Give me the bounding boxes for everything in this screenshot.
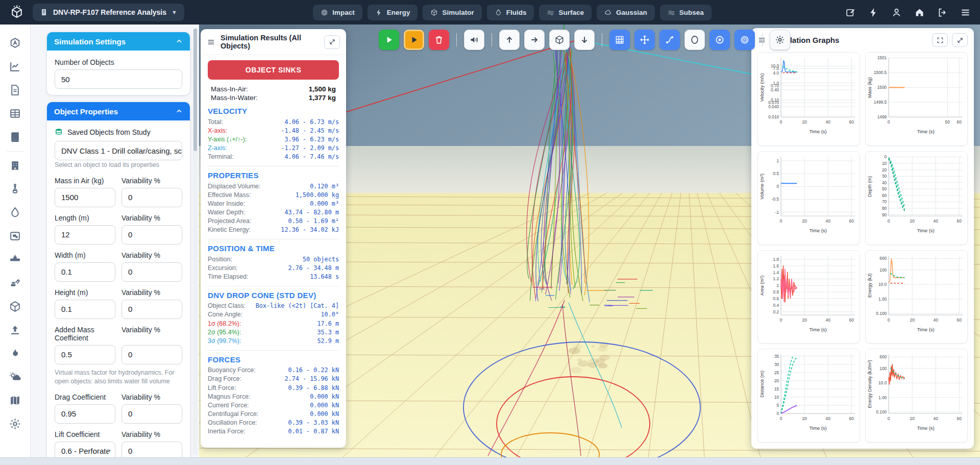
rail-valve-button[interactable] bbox=[9, 253, 21, 266]
field-input-4[interactable] bbox=[55, 345, 115, 364]
result-row: Buoyancy Force: 0.16 - 0.22 kN bbox=[208, 366, 339, 375]
nav-tab-simulator[interactable]: Simulator bbox=[423, 5, 481, 20]
viewport-3d[interactable]: Simulation Results (All Objects) OBJECT … bbox=[199, 25, 980, 458]
move-right-button[interactable] bbox=[524, 30, 545, 50]
variability-input-1[interactable] bbox=[121, 225, 182, 244]
clear-button[interactable] bbox=[429, 30, 449, 50]
rail-upload-button[interactable] bbox=[9, 324, 21, 336]
rail-excavator-button[interactable] bbox=[9, 277, 21, 289]
field-input-3[interactable] bbox=[55, 300, 115, 319]
rings-toggle-button[interactable] bbox=[734, 30, 755, 50]
nav-tab-surface[interactable]: Surface bbox=[539, 5, 592, 20]
svg-text:Depth (m): Depth (m) bbox=[867, 176, 872, 197]
chart-card-2[interactable]: 10.50-0.5-10204060Volume (m³)Time (s) bbox=[757, 151, 860, 245]
rail-weather-button[interactable] bbox=[9, 371, 21, 383]
variability-input-3[interactable] bbox=[121, 300, 182, 319]
ellipse-toggle-button[interactable] bbox=[684, 30, 705, 50]
rail-map-button[interactable] bbox=[9, 394, 21, 407]
rail-logo-a-button[interactable] bbox=[9, 37, 21, 50]
field-input-6[interactable] bbox=[55, 442, 115, 458]
disc-toggle-button[interactable] bbox=[709, 30, 730, 50]
chart-card-4[interactable]: 0.20.40.60.811.21.41.61.80204060Area (m²… bbox=[757, 250, 860, 344]
variability-input-2[interactable] bbox=[121, 262, 182, 282]
move-up-button[interactable] bbox=[499, 30, 520, 50]
chart-card-3[interactable]: 01020304050607080900204060Depth (m)Time … bbox=[865, 151, 968, 245]
menu-button[interactable] bbox=[960, 7, 971, 18]
rail-droplet-button[interactable] bbox=[9, 206, 21, 219]
variability-input-4[interactable] bbox=[121, 345, 182, 364]
object-properties-header[interactable]: Object Properties bbox=[47, 102, 190, 120]
svg-text:Time (s): Time (s) bbox=[917, 129, 935, 134]
sign-out-button[interactable] bbox=[937, 7, 948, 18]
nav-tab-energy[interactable]: Energy bbox=[368, 5, 418, 20]
home-button[interactable] bbox=[914, 7, 925, 18]
rail-cube-button[interactable] bbox=[9, 300, 21, 313]
results-expand-button[interactable] bbox=[324, 35, 340, 49]
nav-tab-gaussian[interactable]: Gaussian bbox=[597, 5, 655, 20]
result-value: 52.9 m bbox=[317, 337, 339, 345]
step-button[interactable] bbox=[404, 30, 424, 50]
bottom-scrollbar[interactable] bbox=[0, 457, 980, 465]
object-sinks-status-button[interactable]: OBJECT SINKS bbox=[208, 60, 339, 80]
drag-handle-icon[interactable] bbox=[207, 38, 215, 46]
mass-summary: Mass-In-Air:1,500 kgMass-In-Water:1,377 … bbox=[209, 85, 338, 102]
chart-card-5[interactable]: 60010010.01.000.1000204060Energy (kJ)Tim… bbox=[865, 250, 968, 344]
chart-card-7[interactable]: 60010010.01.000.1000204060Energy Density… bbox=[865, 349, 968, 443]
trajectory-toggle-button[interactable] bbox=[659, 30, 680, 50]
field-input-1[interactable] bbox=[55, 225, 115, 244]
svg-text:60: 60 bbox=[957, 119, 962, 125]
project-selector[interactable]: DNV-RP-F107 Reference Analysis ▼ bbox=[33, 4, 184, 21]
svg-text:80: 80 bbox=[882, 206, 887, 211]
graphs-fullscreen-button[interactable] bbox=[932, 33, 948, 47]
user-button[interactable] bbox=[891, 7, 902, 18]
svg-text:Energy Density (kJ/m²): Energy Density (kJ/m²) bbox=[867, 360, 872, 408]
graphs-collapse-button[interactable] bbox=[952, 33, 968, 47]
number-of-objects-input[interactable] bbox=[55, 69, 182, 89]
svg-text:100: 100 bbox=[879, 366, 887, 371]
svg-text:1.00: 1.00 bbox=[878, 395, 887, 400]
rail-flame-button[interactable] bbox=[9, 347, 21, 360]
nav-tab-impact[interactable]: Impact bbox=[313, 5, 362, 20]
simulation-settings-header[interactable]: Simulation Settings bbox=[47, 32, 190, 51]
grid-toggle-button[interactable] bbox=[609, 30, 630, 50]
field-input-5[interactable] bbox=[55, 404, 115, 424]
rail-chart-button[interactable] bbox=[9, 60, 21, 73]
nav-tab-fluids[interactable]: Fluids bbox=[487, 5, 534, 20]
sound-button[interactable] bbox=[464, 30, 484, 50]
variability-input-5[interactable] bbox=[121, 404, 182, 424]
rail-file-button[interactable] bbox=[9, 84, 21, 96]
result-label: Y-axis (↓+/↑-): bbox=[208, 136, 247, 143]
run-button[interactable] bbox=[379, 30, 399, 50]
field-input-0[interactable] bbox=[55, 188, 115, 207]
rail-flask-button[interactable] bbox=[9, 183, 21, 195]
rail-book-button[interactable] bbox=[9, 131, 21, 143]
field-input-2[interactable] bbox=[55, 262, 115, 282]
rail-image-button[interactable] bbox=[9, 230, 21, 242]
chart-Depth (m): 01020304050607080900204060Depth (m)Time … bbox=[866, 152, 967, 244]
pan-button[interactable] bbox=[634, 30, 655, 50]
edit-button[interactable] bbox=[845, 7, 856, 18]
move-down-button[interactable] bbox=[574, 30, 595, 50]
scrollbar-thumb[interactable] bbox=[193, 29, 197, 151]
chart-card-6[interactable]: 051015202530350204060Distance (m)Time (s… bbox=[757, 349, 860, 443]
result-row: Oscillation Force: 0.39 - 3.03 kN bbox=[208, 419, 339, 427]
chart-card-1[interactable]: 15011500.515001499.5149905060Mass (kg)Ti… bbox=[865, 52, 968, 146]
viewport-settings-button[interactable] bbox=[770, 30, 790, 50]
result-row: Centrifugal Force: 0.000 kN bbox=[208, 410, 339, 419]
result-value: 17.6 m bbox=[317, 320, 339, 327]
result-row: Object Class: Box-like (<2t) [Cat. 4] bbox=[208, 302, 339, 310]
chart-card-0[interactable]: 10.07.04.01.00.700.400.100.0700.0400.010… bbox=[757, 52, 860, 146]
rail-gear-button[interactable] bbox=[9, 418, 21, 430]
nav-tab-subsea[interactable]: Subsea bbox=[660, 5, 712, 20]
rail-building-button[interactable] bbox=[9, 159, 21, 172]
result-label: Water Depth: bbox=[208, 209, 245, 216]
variability-input-0[interactable] bbox=[121, 188, 182, 207]
saved-objects-select[interactable]: DNV Class 1 - Drill collar/casing, scaff… bbox=[55, 141, 182, 160]
object-view-button[interactable] bbox=[549, 30, 570, 50]
variability-input-6[interactable] bbox=[121, 442, 182, 458]
result-label: Z-axis: bbox=[208, 144, 227, 152]
settings-scrollbar[interactable] bbox=[193, 28, 198, 455]
bolt-button[interactable] bbox=[868, 7, 879, 18]
route-icon bbox=[665, 35, 675, 45]
rail-table-button[interactable] bbox=[9, 107, 21, 120]
